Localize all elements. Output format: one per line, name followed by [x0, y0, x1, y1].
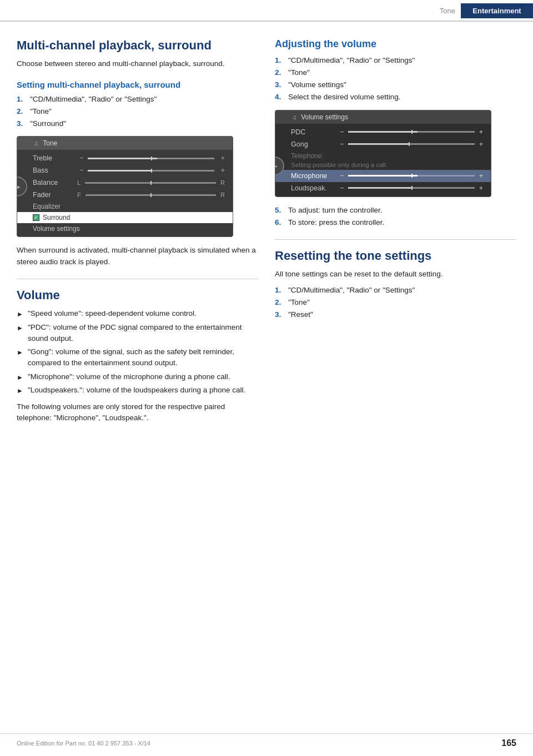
step-num: 3.	[17, 118, 27, 129]
bullet-icon: ►	[17, 386, 24, 396]
main-title: Multi-channel playback, surround	[17, 38, 258, 53]
step-text: To store: press the controller.	[288, 217, 384, 228]
footer-text: Online Edition for Part no. 01 40 2 957 …	[17, 740, 150, 747]
volume-settings-screenshot: ▶ ♫ Volume settings PDC − +	[275, 110, 491, 197]
step-num: 6.	[275, 217, 285, 228]
step-item: 2. "Tone"	[275, 297, 516, 308]
microphone-slider	[348, 175, 474, 177]
tone-menu-title: Tone	[43, 139, 57, 147]
step-item: 1. "CD/Multimedia", "Radio" or "Settings…	[17, 94, 258, 105]
treble-label: Treble	[33, 154, 73, 162]
bullet-item: ► "Loudspeakers.": volume of the loudspe…	[17, 385, 258, 396]
bullet-icon: ►	[17, 372, 24, 382]
telephone-sub: Setting possible only during a call.	[275, 162, 491, 170]
treble-row: Treble − +	[17, 152, 233, 164]
step-num: 4.	[275, 92, 285, 103]
header-tone-label: Tone	[440, 7, 461, 15]
loudspeak-label: Loudspeak.	[291, 184, 335, 192]
step-text: "CD/Multimedia", "Radio" or "Settings"	[30, 94, 157, 105]
step-text: Select the desired volume setting.	[288, 92, 401, 103]
step-text: "Reset"	[288, 309, 313, 320]
bullet-item: ► "Speed volume": speed-dependent volume…	[17, 308, 258, 319]
bass-label: Bass	[33, 167, 73, 174]
step-item: 3. "Surround"	[17, 118, 258, 129]
bullet-item: ► "Gong": volume of the signal, such as …	[17, 346, 258, 369]
microphone-row: Microphone − +	[275, 170, 491, 182]
step-text: "CD/Multimedia", "Radio" or "Settings"	[288, 285, 415, 296]
gong-label: Gong	[291, 140, 335, 148]
gong-row: Gong − +	[275, 138, 491, 150]
page-number: 165	[501, 738, 516, 748]
main-content: Multi-channel playback, surround Choose …	[0, 22, 533, 440]
step-text: "Volume settings"	[288, 79, 346, 90]
vol-menu-icon: ♫	[292, 114, 296, 120]
step-num: 1.	[275, 55, 285, 66]
bullet-text: "Speed volume": speed-dependent volume c…	[28, 308, 197, 319]
step-item: 5. To adjust: turn the controller.	[275, 205, 516, 216]
intro-text: Choose between stereo and multi-channel …	[17, 58, 258, 69]
surround-note: When surround is activated, multi-channe…	[17, 245, 258, 268]
divider	[17, 279, 258, 279]
treble-slider	[88, 158, 214, 159]
step-item: 2. "Tone"	[17, 106, 258, 117]
surround-checkbox: ✓	[33, 214, 39, 221]
bullet-item: ► "Microphone": volume of the microphone…	[17, 371, 258, 382]
step-num: 2.	[17, 106, 27, 117]
step-num: 3.	[275, 79, 285, 90]
fader-slider	[86, 194, 216, 196]
pdc-slider	[348, 131, 474, 133]
surround-row: ✓ Surround	[17, 212, 233, 223]
volume-settings-row: Volume settings	[17, 223, 233, 234]
step-text: "Tone"	[30, 106, 52, 117]
balance-row: Balance L R	[17, 177, 233, 189]
step-num: 5.	[275, 205, 285, 216]
step-item: 4. Select the desired volume setting.	[275, 92, 516, 103]
pdc-label: PDC	[291, 128, 335, 136]
bullet-icon: ►	[17, 323, 24, 333]
equalizer-row: Equalizer	[17, 201, 233, 212]
tone-menu-screenshot: ▶ ♫ Tone Treble − +	[17, 136, 233, 237]
bullet-icon: ►	[17, 309, 24, 319]
bass-row: Bass − +	[17, 164, 233, 177]
step-num: 3.	[275, 309, 285, 320]
step-text: "Tone"	[288, 297, 310, 308]
surround-label: Surround	[43, 214, 70, 221]
right-column: Adjusting the volume 1. "CD/Multimedia",…	[275, 38, 516, 429]
step-num: 2.	[275, 67, 285, 78]
gong-slider	[348, 143, 474, 145]
microphone-label: Microphone	[291, 172, 335, 180]
step-num: 2.	[275, 297, 285, 308]
pdc-row: PDC − +	[275, 126, 491, 138]
setting-subtitle: Setting multi-channel playback, surround	[17, 80, 258, 89]
adj-steps-after-list: 5. To adjust: turn the controller. 6. To…	[275, 205, 516, 229]
vol-menu-title: Volume settings	[301, 113, 348, 121]
step-item: 6. To store: press the controller.	[275, 217, 516, 228]
volume-note: The following volumes are only stored fo…	[17, 401, 258, 424]
telephone-label: Telephone:	[275, 150, 491, 162]
left-column: Multi-channel playback, surround Choose …	[17, 38, 258, 429]
step-num: 1.	[17, 94, 27, 105]
balance-label: Balance	[33, 179, 73, 187]
volume-bullet-list: ► "Speed volume": speed-dependent volume…	[17, 308, 258, 396]
step-num: 1.	[275, 285, 285, 296]
step-item: 1. "CD/Multimedia", "Radio" or "Settings…	[275, 55, 516, 66]
loudspeak-slider	[348, 187, 474, 189]
tone-menu-icon: ♫	[34, 140, 38, 147]
tone-menu-header: ♫ Tone	[17, 137, 233, 150]
balance-slider	[85, 182, 216, 184]
bullet-text: "Loudspeakers.": volume of the loudspeak…	[28, 385, 245, 396]
fader-label: Fader	[33, 191, 73, 199]
vol-menu-header: ♫ Volume settings	[275, 110, 491, 124]
page-footer: Online Edition for Part no. 01 40 2 957 …	[0, 733, 533, 748]
bass-slider	[88, 170, 214, 172]
fader-row: Fader F R	[17, 189, 233, 201]
adj-volume-title: Adjusting the volume	[275, 38, 516, 51]
reset-title: Resetting the tone settings	[275, 249, 516, 263]
tone-menu-body: Treble − + Bass −	[17, 150, 233, 236]
step-item: 2. "Tone"	[275, 67, 516, 78]
bullet-text: "Microphone": volume of the microphone d…	[28, 371, 230, 382]
bullet-item: ► "PDC": volume of the PDC signal compar…	[17, 322, 258, 345]
bullet-text: "PDC": volume of the PDC signal compared…	[28, 322, 258, 345]
step-text: To adjust: turn the controller.	[288, 205, 383, 216]
step-item: 3. "Volume settings"	[275, 79, 516, 90]
